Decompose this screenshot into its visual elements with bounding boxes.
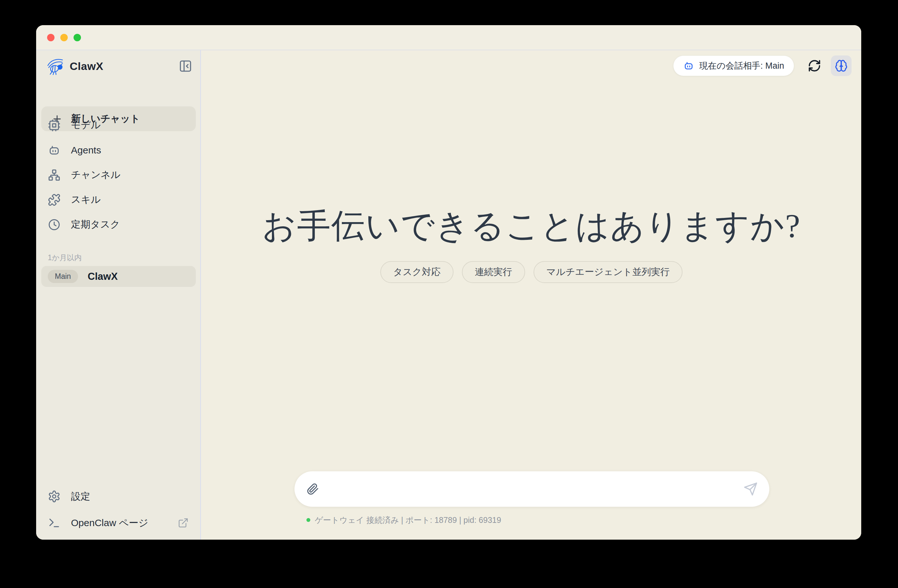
sidebar-header: ClawX	[36, 55, 200, 77]
desktop-background: ClawX 新しいチャット	[0, 0, 898, 588]
sidebar-item-openclaw-page[interactable]: OpenClaw ページ	[36, 513, 200, 533]
greeting-heading: お手伝いできることはありますか?	[201, 204, 861, 249]
settings-label: 設定	[71, 490, 90, 503]
brain-button[interactable]	[831, 55, 852, 76]
suggestion-chips: タスク対応 連続実行 マルチエージェント並列実行	[201, 261, 861, 283]
panel-collapse-icon	[179, 59, 192, 73]
header-actions: 現在の会話相手: Main	[673, 55, 852, 76]
sidebar-item-label: 定期タスク	[71, 218, 120, 231]
current-conversation-chip[interactable]: 現在の会話相手: Main	[673, 55, 794, 76]
clock-icon	[48, 218, 61, 231]
terminal-icon	[48, 516, 61, 529]
history-item-label: ClawX	[88, 271, 118, 282]
close-window-button[interactable]	[47, 34, 54, 41]
current-conversation-label: 現在の会話相手: Main	[699, 60, 784, 72]
history-section-label: 1か月以内	[48, 253, 81, 263]
minimize-window-button[interactable]	[60, 34, 68, 41]
app-title: ClawX	[70, 60, 103, 72]
history-item-clawx[interactable]: Main ClawX	[41, 266, 196, 287]
sidebar-item-settings[interactable]: 設定	[36, 487, 200, 506]
sidebar-collapse-button[interactable]	[178, 59, 193, 74]
brain-icon	[835, 59, 848, 72]
titlebar	[36, 25, 861, 50]
network-icon	[48, 169, 61, 181]
send-icon[interactable]	[744, 482, 758, 496]
sidebar-item-channels[interactable]: チャンネル	[36, 163, 200, 187]
gateway-statusline: ゲートウェイ 接続済み | ポート: 18789 | pid: 69319	[306, 514, 501, 525]
sidebar-item-label: モデル	[71, 119, 101, 132]
message-input[interactable]	[319, 471, 744, 507]
sidebar: ClawX 新しいチャット	[36, 50, 201, 540]
zoom-window-button[interactable]	[74, 34, 81, 41]
window-controls	[47, 34, 81, 41]
refresh-icon	[808, 59, 821, 72]
sidebar-nav: モデル Agents	[36, 113, 200, 237]
connection-status-dot	[306, 518, 310, 522]
sidebar-item-agents[interactable]: Agents	[36, 138, 200, 163]
robot-icon	[48, 144, 61, 157]
clawx-lobster-logo-icon	[45, 57, 65, 75]
sidebar-item-skills[interactable]: スキル	[36, 187, 200, 212]
openclaw-page-label: OpenClaw ページ	[71, 516, 148, 530]
cpu-icon	[48, 119, 61, 132]
sidebar-item-models[interactable]: モデル	[36, 113, 200, 138]
chip-continuous-run[interactable]: 連続実行	[462, 261, 525, 283]
hero: お手伝いできることはありますか?	[201, 204, 861, 249]
chip-multi-agent-parallel[interactable]: マルチエージェント並列実行	[534, 261, 683, 283]
puzzle-icon	[48, 193, 61, 206]
gateway-status-text: ゲートウェイ 接続済み | ポート: 18789 | pid: 69319	[315, 515, 501, 525]
chip-task-support[interactable]: タスク対応	[380, 261, 454, 283]
gear-icon	[48, 490, 61, 503]
sidebar-footer: 設定 OpenClaw ページ	[36, 487, 200, 533]
external-link-icon	[178, 517, 189, 528]
sidebar-item-label: スキル	[71, 193, 101, 206]
refresh-button[interactable]	[807, 58, 822, 73]
robot-icon	[683, 60, 694, 71]
app-window: ClawX 新しいチャット	[36, 25, 861, 540]
main-content: 現在の会話相手: Main	[201, 50, 861, 540]
paperclip-icon[interactable]	[307, 483, 319, 495]
main-badge: Main	[48, 270, 78, 283]
sidebar-item-label: Agents	[71, 145, 101, 156]
message-composer	[295, 471, 769, 507]
sidebar-item-scheduled-tasks[interactable]: 定期タスク	[36, 212, 200, 237]
sidebar-item-label: チャンネル	[71, 168, 121, 181]
